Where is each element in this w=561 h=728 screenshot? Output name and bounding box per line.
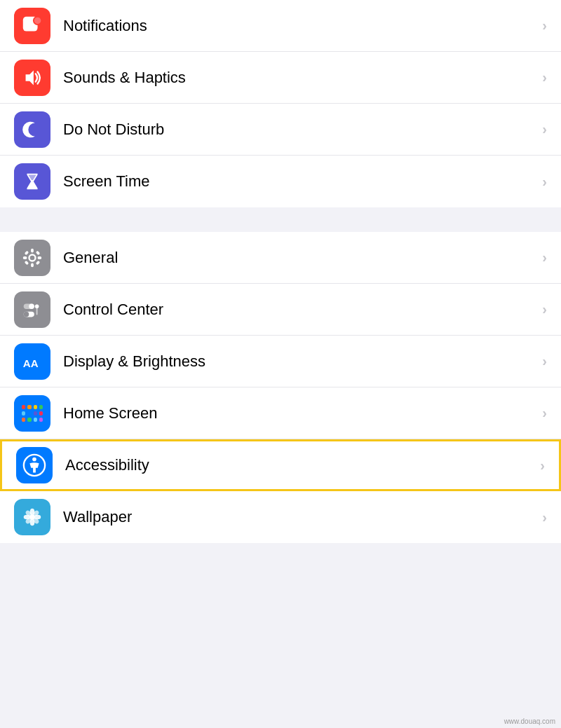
control-center-icon bbox=[14, 291, 50, 328]
display-chevron: › bbox=[542, 353, 547, 369]
general-label: General bbox=[63, 249, 542, 267]
settings-row-general[interactable]: General › bbox=[0, 232, 561, 284]
homescreen-icon bbox=[14, 395, 50, 432]
settings-row-accessibility[interactable]: Accessibility › bbox=[0, 439, 561, 491]
wallpaper-icon bbox=[14, 499, 50, 535]
svg-text:AA: AA bbox=[23, 357, 39, 369]
section-2: General › Control Center › bbox=[0, 232, 561, 543]
svg-rect-6 bbox=[31, 248, 34, 252]
screentime-icon bbox=[14, 163, 50, 200]
svg-rect-9 bbox=[38, 256, 42, 259]
settings-row-display[interactable]: AA Display & Brightness › bbox=[0, 336, 561, 387]
notifications-chevron: › bbox=[542, 18, 547, 34]
settings-row-sounds[interactable]: Sounds & Haptics › bbox=[0, 52, 561, 104]
svg-point-2 bbox=[34, 17, 41, 23]
notifications-icon bbox=[14, 8, 50, 44]
accessibility-icon bbox=[16, 447, 53, 483]
sounds-icon bbox=[14, 60, 50, 96]
settings-row-screentime[interactable]: Screen Time › bbox=[0, 156, 561, 207]
screentime-chevron: › bbox=[542, 174, 547, 190]
svg-rect-10 bbox=[25, 250, 29, 255]
wallpaper-label: Wallpaper bbox=[63, 508, 542, 526]
settings-row-notifications[interactable]: Notifications › bbox=[0, 0, 561, 52]
homescreen-label: Home Screen bbox=[63, 404, 542, 423]
svg-marker-3 bbox=[26, 70, 34, 85]
settings-row-homescreen[interactable]: Home Screen › bbox=[0, 387, 561, 439]
general-chevron: › bbox=[542, 249, 547, 266]
settings-row-wallpaper[interactable]: Wallpaper › bbox=[0, 491, 561, 543]
svg-rect-7 bbox=[31, 263, 34, 267]
control-center-label: Control Center bbox=[63, 301, 542, 319]
sounds-chevron: › bbox=[542, 69, 547, 85]
accessibility-chevron: › bbox=[540, 458, 545, 474]
dnd-icon bbox=[14, 111, 50, 148]
notifications-label: Notifications bbox=[63, 17, 542, 35]
section-gap bbox=[0, 207, 561, 232]
wallpaper-chevron: › bbox=[542, 509, 547, 526]
general-icon bbox=[14, 240, 50, 276]
svg-point-19 bbox=[35, 304, 39, 308]
section-1: Notifications › Sounds & Haptics › bbox=[0, 0, 561, 207]
dnd-label: Do Not Disturb bbox=[63, 121, 542, 139]
svg-point-15 bbox=[29, 303, 34, 309]
screentime-label: Screen Time bbox=[63, 172, 542, 191]
svg-rect-8 bbox=[23, 256, 27, 259]
control-center-chevron: › bbox=[542, 301, 547, 317]
sounds-label: Sounds & Haptics bbox=[63, 69, 542, 87]
watermark: www.douaq.com bbox=[504, 717, 555, 725]
svg-rect-12 bbox=[25, 260, 29, 265]
svg-point-5 bbox=[30, 255, 35, 260]
dnd-chevron: › bbox=[542, 121, 547, 137]
homescreen-chevron: › bbox=[542, 405, 547, 421]
svg-point-17 bbox=[24, 311, 29, 317]
display-icon: AA bbox=[14, 343, 50, 380]
settings-row-control-center[interactable]: Control Center › bbox=[0, 284, 561, 336]
settings-row-dnd[interactable]: Do Not Disturb › bbox=[0, 104, 561, 156]
display-label: Display & Brightness bbox=[63, 352, 542, 371]
svg-point-22 bbox=[32, 458, 36, 462]
svg-rect-11 bbox=[36, 260, 41, 265]
settings-list: Notifications › Sounds & Haptics › bbox=[0, 0, 561, 543]
svg-rect-13 bbox=[36, 250, 41, 255]
accessibility-label: Accessibility bbox=[65, 456, 540, 474]
